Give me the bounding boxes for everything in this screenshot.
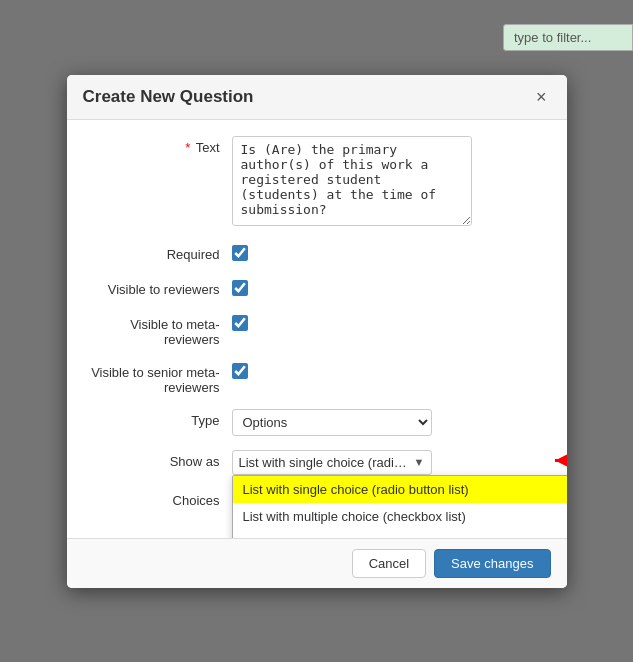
visible-senior-checkbox[interactable] bbox=[232, 363, 248, 379]
modal-footer: Cancel Save changes bbox=[67, 538, 567, 588]
dropdown-chevron-icon: ▼ bbox=[414, 456, 425, 468]
required-control bbox=[232, 243, 547, 264]
create-question-modal: Create New Question × * Text Is (Are) th… bbox=[67, 75, 567, 588]
type-label: Type bbox=[87, 409, 232, 428]
type-select[interactable]: Options Text bbox=[232, 409, 432, 436]
choices-label: Choices bbox=[87, 489, 232, 508]
visible-meta-row: Visible to meta-reviewers bbox=[87, 313, 547, 347]
required-star: * bbox=[185, 140, 190, 155]
type-row: Type Options Text bbox=[87, 409, 547, 436]
visible-senior-control bbox=[232, 361, 547, 382]
text-control-wrap: Is (Are) the primary author(s) of this w… bbox=[232, 136, 547, 229]
red-arrow-icon bbox=[551, 447, 567, 478]
show-as-input[interactable]: List with single choice (radio l... ▼ bbox=[232, 450, 432, 475]
text-label: * Text bbox=[87, 136, 232, 155]
filter-input[interactable]: type to filter... bbox=[503, 24, 633, 51]
show-as-dropdown: List with single choice (radio button li… bbox=[232, 475, 567, 538]
visible-reviewers-control bbox=[232, 278, 547, 299]
visible-meta-control bbox=[232, 313, 547, 334]
required-checkbox[interactable] bbox=[232, 245, 248, 261]
dropdown-item-checkbox[interactable]: List with multiple choice (checkbox list… bbox=[233, 503, 567, 530]
modal-title: Create New Question bbox=[83, 87, 254, 107]
save-changes-button[interactable]: Save changes bbox=[434, 549, 550, 578]
dropdown-item-dropdown[interactable]: Drop down list with single choice (drop … bbox=[233, 530, 567, 538]
text-textarea[interactable]: Is (Are) the primary author(s) of this w… bbox=[232, 136, 472, 226]
modal-header: Create New Question × bbox=[67, 75, 567, 120]
filter-placeholder: type to filter... bbox=[514, 30, 591, 45]
visible-meta-checkbox[interactable] bbox=[232, 315, 248, 331]
text-field-row: * Text Is (Are) the primary author(s) of… bbox=[87, 136, 547, 229]
type-control: Options Text bbox=[232, 409, 547, 436]
visible-senior-label: Visible to senior meta-reviewers bbox=[87, 361, 232, 395]
required-label: Required bbox=[87, 243, 232, 262]
show-as-value: List with single choice (radio l... bbox=[239, 455, 409, 470]
visible-reviewers-row: Visible to reviewers bbox=[87, 278, 547, 299]
show-as-control: List with single choice (radio l... ▼ bbox=[232, 450, 547, 475]
visible-reviewers-label: Visible to reviewers bbox=[87, 278, 232, 297]
show-as-row: Show as List with single choice (radio l… bbox=[87, 450, 547, 475]
visible-reviewers-checkbox[interactable] bbox=[232, 280, 248, 296]
show-as-label: Show as bbox=[87, 450, 232, 469]
required-row: Required bbox=[87, 243, 547, 264]
modal-body: * Text Is (Are) the primary author(s) of… bbox=[67, 120, 567, 538]
cancel-button[interactable]: Cancel bbox=[352, 549, 426, 578]
visible-meta-label: Visible to meta-reviewers bbox=[87, 313, 232, 347]
modal-close-button[interactable]: × bbox=[532, 88, 551, 106]
visible-senior-row: Visible to senior meta-reviewers bbox=[87, 361, 547, 395]
dropdown-item-radio[interactable]: List with single choice (radio button li… bbox=[233, 476, 567, 503]
